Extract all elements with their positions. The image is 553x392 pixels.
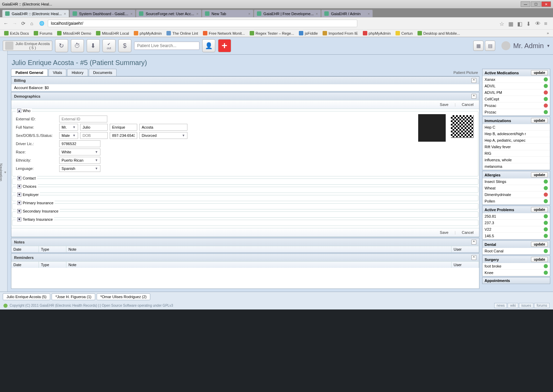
- user-name[interactable]: Mr. Admin: [513, 42, 544, 50]
- bookmark[interactable]: Free Network Monit...: [203, 31, 245, 35]
- cancel-button[interactable]: Cancel: [462, 102, 474, 107]
- bookmark[interactable]: ExtJs Docs: [4, 31, 29, 35]
- billing-button[interactable]: $: [118, 39, 131, 52]
- bookmark[interactable]: Forums: [34, 31, 52, 35]
- bookmark[interactable]: MitosEHR Demo: [57, 31, 91, 35]
- update-button[interactable]: update: [531, 257, 548, 262]
- list-item[interactable]: ADVIL PM: [482, 89, 550, 96]
- checkout-button[interactable]: ✔out: [102, 39, 116, 52]
- race-select[interactable]: White▼: [59, 149, 100, 155]
- list-item[interactable]: ADVIL: [482, 83, 550, 89]
- bookmark[interactable]: phpMyAdmin: [363, 31, 391, 35]
- navigation-strip[interactable]: » Navigation: [0, 51, 8, 292]
- language-select[interactable]: Spanish▼: [59, 165, 100, 172]
- external-id-input[interactable]: [59, 116, 107, 122]
- list-item[interactable]: Pollen: [482, 198, 550, 205]
- download-icon[interactable]: ⬇: [526, 21, 532, 26]
- list-item[interactable]: Xanax: [482, 76, 550, 83]
- list-view-button[interactable]: ▤: [485, 41, 495, 51]
- sex-select[interactable]: Male▼: [59, 132, 78, 139]
- tab-history[interactable]: History: [67, 69, 88, 76]
- list-item[interactable]: Prozac: [482, 109, 550, 116]
- close-button[interactable]: ✕: [541, 1, 551, 7]
- list-item[interactable]: Prozac: [482, 102, 550, 109]
- bookmark[interactable]: Imported From IE: [323, 31, 358, 35]
- middle-name-input[interactable]: [110, 124, 137, 131]
- dob-input[interactable]: [80, 132, 108, 139]
- reload-button[interactable]: ⟳: [21, 21, 27, 26]
- list-item[interactable]: Hep B, adolescent/high r: [482, 131, 550, 137]
- list-item[interactable]: Wheat: [482, 185, 550, 192]
- tab-vitals[interactable]: Vitals: [48, 69, 67, 76]
- browser-tab[interactable]: SourceForge.net: User Acc...×: [136, 10, 202, 17]
- bookmark[interactable]: Desktop and Mobile...: [418, 31, 460, 35]
- toggle-icon[interactable]: ▼: [17, 193, 21, 197]
- user-button[interactable]: 👤: [202, 39, 215, 52]
- browser-tab[interactable]: System Dashboard - GaiaE...×: [69, 10, 136, 17]
- list-item[interactable]: RIG: [482, 150, 550, 157]
- collapse-icon[interactable]: ^: [471, 94, 476, 99]
- bookmark[interactable]: MitosEHR Local: [96, 31, 129, 35]
- update-button[interactable]: update: [531, 70, 548, 75]
- emergency-button[interactable]: +: [218, 39, 231, 52]
- history-button[interactable]: ↻: [55, 39, 68, 52]
- save-button[interactable]: Save: [440, 230, 448, 235]
- footer-link[interactable]: wiki: [508, 303, 518, 308]
- last-name-input[interactable]: [139, 124, 187, 131]
- current-patient-badge[interactable]: Julio Enrique Acosta( 5 ): [3, 41, 52, 51]
- patient-tab[interactable]: *Omar Ulises Rodriguez (2): [97, 293, 150, 300]
- update-button[interactable]: update: [531, 242, 548, 247]
- home-button[interactable]: ⌂: [30, 21, 36, 26]
- bookmark[interactable]: Certun: [395, 31, 413, 35]
- bookmark[interactable]: phpMyAdmin: [134, 31, 162, 35]
- grid-view-button[interactable]: ▦: [473, 41, 484, 51]
- browser-tab[interactable]: New Tab×: [202, 10, 253, 17]
- status-select[interactable]: Divorced▼: [139, 132, 187, 139]
- bookmark[interactable]: Regex Tester – Rege...: [250, 31, 294, 35]
- list-item[interactable]: melanoma: [482, 163, 550, 170]
- bookmarks-overflow[interactable]: »: [547, 31, 549, 35]
- list-item[interactable]: CellCept: [482, 96, 550, 102]
- clock-add-button[interactable]: ⏱: [71, 39, 84, 52]
- maximize-button[interactable]: ☐: [531, 1, 541, 7]
- save-button[interactable]: Save: [440, 102, 448, 107]
- browser-tab[interactable]: GaiaEHR / Admin×: [321, 10, 373, 17]
- browser-tab[interactable]: GaiaEHR | Free Developme...×: [254, 10, 321, 17]
- toggle-icon[interactable]: ▼: [17, 184, 21, 188]
- collapse-icon[interactable]: ^: [471, 255, 476, 260]
- patient-search-input[interactable]: [134, 42, 199, 50]
- browser-tab[interactable]: GaiaEHR :: (Electronic Heal...×: [2, 10, 69, 17]
- cancel-button[interactable]: Cancel: [462, 230, 474, 235]
- list-item[interactable]: Dimenhydrinate: [482, 192, 550, 198]
- list-item[interactable]: Hep A, pediatric, unspec: [482, 137, 550, 144]
- toggle-icon[interactable]: ▼: [17, 209, 21, 213]
- bookmark[interactable]: jsFiddle: [299, 31, 318, 35]
- footer-link[interactable]: forums: [534, 303, 550, 308]
- collapse-icon[interactable]: ^: [471, 240, 476, 244]
- forward-button[interactable]: →: [12, 21, 18, 26]
- bookmark[interactable]: The Online Lint: [166, 31, 198, 35]
- toggle-icon[interactable]: ▼: [17, 217, 21, 221]
- chevron-down-icon[interactable]: ▼: [546, 44, 550, 48]
- tab-documents[interactable]: Documents: [89, 69, 117, 76]
- list-item[interactable]: influenza, whole: [482, 157, 550, 163]
- list-item[interactable]: V22: [482, 226, 550, 233]
- download-button[interactable]: ⬇: [87, 39, 100, 52]
- update-button[interactable]: update: [531, 207, 548, 212]
- update-button[interactable]: update: [531, 118, 548, 123]
- patient-tab[interactable]: *Jose H. Figueroa (1): [52, 293, 95, 300]
- list-item[interactable]: Knee: [482, 270, 550, 276]
- list-item[interactable]: 250.81: [482, 213, 550, 220]
- ssn-input[interactable]: [110, 132, 137, 139]
- minimize-button[interactable]: —: [521, 1, 530, 7]
- ext-icon[interactable]: ▦: [508, 21, 514, 26]
- toggle-icon[interactable]: ▲: [17, 109, 21, 113]
- list-item[interactable]: Insect Stings: [482, 178, 550, 185]
- tab-patient-general[interactable]: Patient General: [11, 69, 48, 76]
- ext-icon[interactable]: ◧: [517, 21, 523, 26]
- collapse-icon[interactable]: ^: [471, 78, 476, 83]
- list-item[interactable]: 146.5: [482, 233, 550, 239]
- first-name-input[interactable]: [80, 124, 108, 131]
- footer-link[interactable]: issues: [519, 303, 533, 308]
- footer-link[interactable]: news: [494, 303, 507, 308]
